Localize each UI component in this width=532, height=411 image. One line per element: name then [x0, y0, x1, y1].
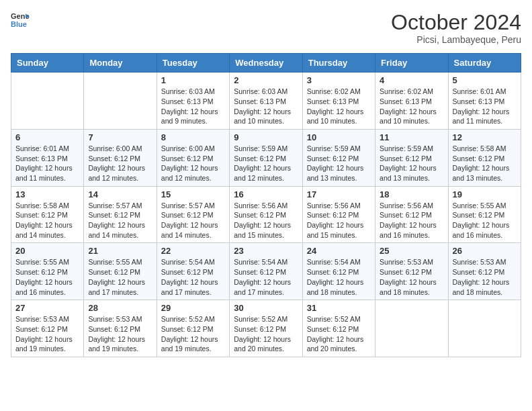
table-row: 31Sunrise: 5:52 AM Sunset: 6:12 PM Dayli…	[302, 300, 375, 357]
day-info: Sunrise: 5:52 AM Sunset: 6:12 PM Dayligh…	[161, 314, 225, 354]
table-row: 6Sunrise: 6:01 AM Sunset: 6:13 PM Daylig…	[11, 129, 84, 186]
table-row: 15Sunrise: 5:57 AM Sunset: 6:12 PM Dayli…	[157, 186, 229, 243]
table-row: 21Sunrise: 5:55 AM Sunset: 6:12 PM Dayli…	[84, 243, 157, 300]
table-row	[11, 73, 84, 130]
table-row: 16Sunrise: 5:56 AM Sunset: 6:12 PM Dayli…	[230, 186, 302, 243]
calendar: Sunday Monday Tuesday Wednesday Thursday…	[11, 53, 521, 357]
day-number: 20	[15, 246, 79, 256]
day-info: Sunrise: 5:59 AM Sunset: 6:12 PM Dayligh…	[307, 144, 371, 183]
day-info: Sunrise: 5:58 AM Sunset: 6:12 PM Dayligh…	[15, 201, 79, 240]
day-number: 28	[88, 303, 152, 313]
logo-icon: General Blue	[11, 11, 30, 30]
day-info: Sunrise: 5:56 AM Sunset: 6:12 PM Dayligh…	[234, 201, 298, 240]
day-info: Sunrise: 5:55 AM Sunset: 6:12 PM Dayligh…	[453, 201, 517, 240]
header-saturday: Saturday	[448, 54, 521, 73]
title-area: October 2024 Picsi, Lambayeque, Peru	[391, 11, 521, 45]
header-tuesday: Tuesday	[157, 54, 229, 73]
day-number: 27	[15, 303, 79, 313]
day-info: Sunrise: 6:02 AM Sunset: 6:13 PM Dayligh…	[307, 87, 371, 126]
table-row: 14Sunrise: 5:57 AM Sunset: 6:12 PM Dayli…	[84, 186, 157, 243]
table-row: 30Sunrise: 5:52 AM Sunset: 6:12 PM Dayli…	[230, 300, 302, 357]
day-number: 25	[380, 246, 443, 256]
header-thursday: Thursday	[302, 54, 375, 73]
table-row: 2Sunrise: 6:03 AM Sunset: 6:13 PM Daylig…	[230, 73, 302, 130]
location: Picsi, Lambayeque, Peru	[391, 34, 521, 45]
day-info: Sunrise: 6:02 AM Sunset: 6:13 PM Dayligh…	[380, 87, 443, 126]
day-number: 31	[307, 303, 371, 313]
day-info: Sunrise: 5:57 AM Sunset: 6:12 PM Dayligh…	[161, 201, 225, 240]
day-number: 14	[88, 189, 152, 199]
calendar-week-row: 20Sunrise: 5:55 AM Sunset: 6:12 PM Dayli…	[11, 243, 521, 300]
calendar-week-row: 6Sunrise: 6:01 AM Sunset: 6:13 PM Daylig…	[11, 129, 521, 186]
day-info: Sunrise: 5:54 AM Sunset: 6:12 PM Dayligh…	[161, 257, 225, 297]
day-info: Sunrise: 5:57 AM Sunset: 6:12 PM Dayligh…	[88, 201, 152, 240]
day-info: Sunrise: 6:00 AM Sunset: 6:12 PM Dayligh…	[88, 144, 152, 183]
day-number: 15	[161, 189, 225, 199]
day-number: 21	[88, 246, 152, 256]
table-row: 17Sunrise: 5:56 AM Sunset: 6:12 PM Dayli…	[302, 186, 375, 243]
day-number: 12	[453, 132, 517, 142]
table-row: 25Sunrise: 5:53 AM Sunset: 6:12 PM Dayli…	[375, 243, 448, 300]
day-number: 13	[15, 189, 79, 199]
day-info: Sunrise: 5:54 AM Sunset: 6:12 PM Dayligh…	[307, 257, 371, 297]
day-number: 3	[307, 75, 371, 85]
table-row: 5Sunrise: 6:01 AM Sunset: 6:13 PM Daylig…	[448, 73, 521, 130]
table-row: 19Sunrise: 5:55 AM Sunset: 6:12 PM Dayli…	[448, 186, 521, 243]
table-row: 23Sunrise: 5:54 AM Sunset: 6:12 PM Dayli…	[230, 243, 302, 300]
day-number: 7	[88, 132, 152, 142]
day-info: Sunrise: 5:56 AM Sunset: 6:12 PM Dayligh…	[307, 201, 371, 240]
table-row: 29Sunrise: 5:52 AM Sunset: 6:12 PM Dayli…	[157, 300, 229, 357]
table-row	[375, 300, 448, 357]
day-number: 11	[380, 132, 443, 142]
calendar-week-row: 27Sunrise: 5:53 AM Sunset: 6:12 PM Dayli…	[11, 300, 521, 357]
table-row: 1Sunrise: 6:03 AM Sunset: 6:13 PM Daylig…	[157, 73, 229, 130]
table-row: 22Sunrise: 5:54 AM Sunset: 6:12 PM Dayli…	[157, 243, 229, 300]
day-info: Sunrise: 6:03 AM Sunset: 6:13 PM Dayligh…	[161, 87, 225, 126]
day-info: Sunrise: 5:59 AM Sunset: 6:12 PM Dayligh…	[380, 144, 443, 183]
calendar-week-row: 13Sunrise: 5:58 AM Sunset: 6:12 PM Dayli…	[11, 186, 521, 243]
table-row: 11Sunrise: 5:59 AM Sunset: 6:12 PM Dayli…	[375, 129, 448, 186]
table-row: 20Sunrise: 5:55 AM Sunset: 6:12 PM Dayli…	[11, 243, 84, 300]
table-row: 8Sunrise: 6:00 AM Sunset: 6:12 PM Daylig…	[157, 129, 229, 186]
day-info: Sunrise: 5:53 AM Sunset: 6:12 PM Dayligh…	[380, 257, 443, 297]
header-friday: Friday	[375, 54, 448, 73]
day-number: 19	[453, 189, 517, 199]
table-row: 27Sunrise: 5:53 AM Sunset: 6:12 PM Dayli…	[11, 300, 84, 357]
day-number: 4	[380, 75, 443, 85]
header: General Blue October 2024 Picsi, Lambaye…	[11, 11, 521, 45]
header-monday: Monday	[84, 54, 157, 73]
day-info: Sunrise: 6:00 AM Sunset: 6:12 PM Dayligh…	[161, 144, 225, 183]
table-row: 3Sunrise: 6:02 AM Sunset: 6:13 PM Daylig…	[302, 73, 375, 130]
day-number: 10	[307, 132, 371, 142]
table-row: 7Sunrise: 6:00 AM Sunset: 6:12 PM Daylig…	[84, 129, 157, 186]
day-info: Sunrise: 6:01 AM Sunset: 6:13 PM Dayligh…	[453, 87, 517, 126]
table-row: 13Sunrise: 5:58 AM Sunset: 6:12 PM Dayli…	[11, 186, 84, 243]
day-info: Sunrise: 5:53 AM Sunset: 6:12 PM Dayligh…	[88, 314, 152, 354]
day-number: 23	[234, 246, 298, 256]
day-number: 17	[307, 189, 371, 199]
table-row: 24Sunrise: 5:54 AM Sunset: 6:12 PM Dayli…	[302, 243, 375, 300]
day-info: Sunrise: 5:52 AM Sunset: 6:12 PM Dayligh…	[307, 314, 371, 354]
day-info: Sunrise: 5:55 AM Sunset: 6:12 PM Dayligh…	[15, 257, 79, 297]
day-number: 29	[161, 303, 225, 313]
table-row: 4Sunrise: 6:02 AM Sunset: 6:13 PM Daylig…	[375, 73, 448, 130]
day-number: 22	[161, 246, 225, 256]
day-info: Sunrise: 5:55 AM Sunset: 6:12 PM Dayligh…	[88, 257, 152, 297]
day-number: 26	[453, 246, 517, 256]
day-info: Sunrise: 6:01 AM Sunset: 6:13 PM Dayligh…	[15, 144, 79, 183]
month-title: October 2024	[391, 11, 521, 34]
table-row: 28Sunrise: 5:53 AM Sunset: 6:12 PM Dayli…	[84, 300, 157, 357]
calendar-header-row: Sunday Monday Tuesday Wednesday Thursday…	[11, 54, 521, 73]
calendar-week-row: 1Sunrise: 6:03 AM Sunset: 6:13 PM Daylig…	[11, 73, 521, 130]
table-row: 12Sunrise: 5:58 AM Sunset: 6:12 PM Dayli…	[448, 129, 521, 186]
table-row	[448, 300, 521, 357]
day-number: 9	[234, 132, 298, 142]
table-row: 9Sunrise: 5:59 AM Sunset: 6:12 PM Daylig…	[230, 129, 302, 186]
day-number: 16	[234, 189, 298, 199]
day-number: 6	[15, 132, 79, 142]
table-row: 26Sunrise: 5:53 AM Sunset: 6:12 PM Dayli…	[448, 243, 521, 300]
day-info: Sunrise: 5:54 AM Sunset: 6:12 PM Dayligh…	[234, 257, 298, 297]
svg-text:Blue: Blue	[11, 20, 27, 28]
day-number: 24	[307, 246, 371, 256]
day-number: 18	[380, 189, 443, 199]
